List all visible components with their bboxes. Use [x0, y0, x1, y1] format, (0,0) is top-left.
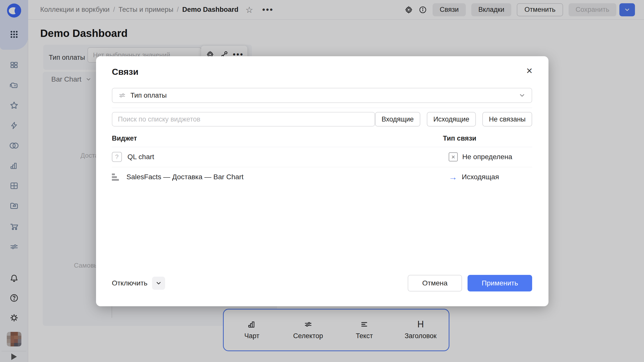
table-row[interactable]: ? QL chart × Не определена: [112, 147, 532, 167]
widget-select-value: Тип оплаты: [130, 92, 167, 99]
filter-outgoing-button[interactable]: Исходящие: [427, 112, 476, 127]
dialog-cancel-button[interactable]: Отмена: [408, 275, 462, 291]
bar-chart-widget-icon: [112, 173, 121, 181]
link-type: Не определена: [462, 153, 512, 161]
widget-select[interactable]: Тип оплаты: [112, 88, 532, 103]
question-widget-icon: ?: [112, 152, 122, 162]
dialog-title: Связи: [112, 67, 139, 77]
filter-unlinked-button[interactable]: Не связаны: [482, 112, 532, 127]
col-widget: Виджет: [112, 135, 137, 142]
disable-options-caret[interactable]: [152, 277, 165, 290]
selector-icon: [118, 92, 126, 99]
link-filter-buttons: Входящие Исходящие Не связаны: [375, 112, 532, 127]
outgoing-arrow-icon: →: [449, 173, 457, 181]
table-header: Виджет Тип связи: [112, 135, 532, 142]
none-icon: ×: [449, 152, 458, 161]
table-row[interactable]: SalesFacts — Доставка — Bar Chart → Исхо…: [112, 167, 532, 187]
dialog-divider: [112, 108, 532, 108]
link-type: Исходящая: [462, 173, 499, 181]
dialog-apply-button[interactable]: Применить: [468, 275, 532, 291]
widget-name: SalesFacts — Доставка — Bar Chart: [126, 173, 244, 181]
filter-incoming-button[interactable]: Входящие: [375, 112, 420, 127]
links-dialog: Связи × Тип оплаты Входящие Исходящие Не…: [96, 56, 548, 306]
widget-search-input[interactable]: [112, 112, 375, 127]
disable-links-button[interactable]: Отключить: [112, 279, 148, 287]
col-link-type: Тип связи: [443, 135, 476, 142]
widget-name: QL chart: [127, 153, 154, 161]
chevron-down-icon: [519, 92, 526, 99]
close-icon[interactable]: ×: [522, 64, 536, 78]
